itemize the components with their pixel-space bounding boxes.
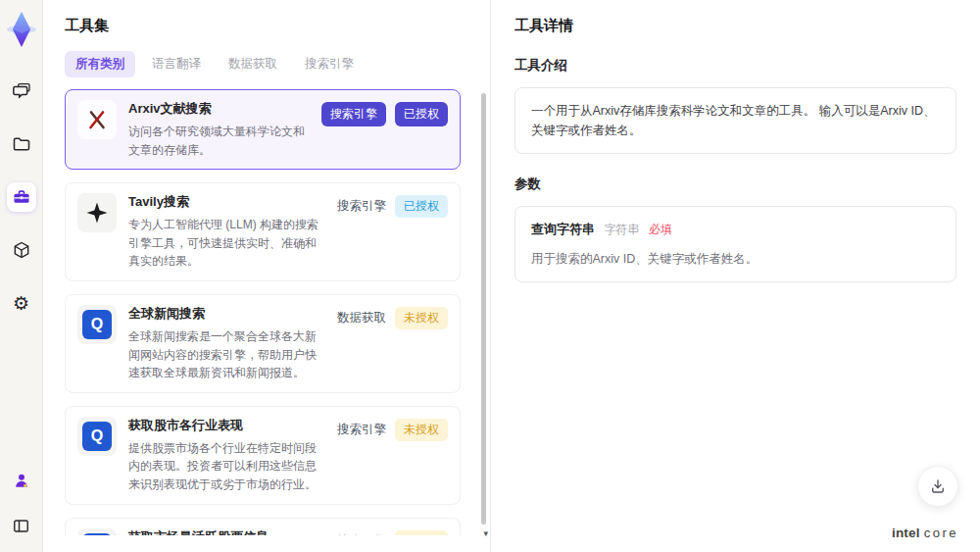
- tool-card-global-news[interactable]: Q 全球新闻搜索 全球新闻搜索是一个聚合全球各大新闻网站内容的搜索引擎，帮助用户…: [65, 294, 461, 393]
- panel-toggle-icon: [12, 517, 30, 535]
- download-icon: [929, 477, 947, 495]
- tool-card-arxiv[interactable]: Arxiv文献搜索 访问各个研究领域大量科学论文和文章的存储库。 搜索引擎 已授…: [65, 89, 461, 170]
- category-badge: 搜索引擎: [321, 102, 386, 126]
- sidebar-item-tools[interactable]: [7, 182, 36, 212]
- tool-card-list: Arxiv文献搜索 访问各个研究领域大量科学论文和文章的存储库。 搜索引擎 已授…: [65, 89, 472, 535]
- chat-icon: [12, 81, 31, 101]
- tool-list-panel: 工具集 所有类别 语言翻译 数据获取 搜索引擎 Arxiv文献搜索 访问各个研究…: [43, 0, 491, 552]
- tab-all-categories[interactable]: 所有类别: [65, 51, 135, 77]
- parameter-name: 查询字符串: [531, 222, 595, 236]
- active-stocks-logo-icon: Q: [77, 528, 117, 535]
- tavily-logo-icon: [77, 193, 117, 232]
- cube-icon: [12, 240, 31, 260]
- sidebar-item-models[interactable]: [7, 235, 36, 265]
- gem-logo-icon: [5, 10, 38, 49]
- tab-data-acquisition[interactable]: 数据获取: [218, 51, 288, 77]
- status-badge: 未授权: [395, 530, 448, 535]
- global-news-logo-icon: Q: [77, 305, 117, 344]
- app-logo: [2, 8, 41, 51]
- parameter-description: 用于搜索的Arxiv ID、关键字或作者姓名。: [531, 249, 940, 269]
- download-button[interactable]: [917, 466, 958, 507]
- category-badge: 数据获取: [337, 310, 386, 326]
- tool-name: Tavily搜索: [128, 193, 325, 211]
- tool-name: 获取股市各行业表现: [128, 417, 325, 434]
- tab-language-translation[interactable]: 语言翻译: [141, 51, 212, 77]
- status-badge: 已授权: [395, 195, 448, 218]
- category-badge: 搜索引擎: [337, 422, 386, 438]
- scroll-down-icon[interactable]: ▾: [483, 528, 488, 538]
- category-badge: 搜索引擎: [337, 533, 386, 535]
- sidebar-item-account[interactable]: [7, 466, 36, 495]
- sidebar-item-chat[interactable]: [7, 76, 36, 106]
- tool-description: 访问各个研究领域大量科学论文和文章的存储库。: [128, 123, 310, 159]
- intel-core-logo: intel core: [892, 526, 958, 540]
- sidebar-nav: ⚙: [7, 76, 36, 318]
- tool-name: Arxiv文献搜索: [128, 100, 310, 118]
- sidebar-item-collapse[interactable]: [7, 511, 36, 540]
- tool-description: 全球新闻搜索是一个聚合全球各大新闻网站内容的搜索引擎，帮助用户快速获取全球最新资…: [128, 327, 325, 382]
- tool-name: 获取市场最活跃股票信息: [128, 528, 325, 535]
- status-badge: 未授权: [395, 307, 448, 329]
- category-badge: 搜索引擎: [337, 198, 386, 215]
- parameter-type: 字符串: [604, 223, 639, 236]
- core-logo-text: core: [924, 526, 958, 540]
- sidebar-bottom: [7, 466, 36, 540]
- params-heading: 参数: [514, 176, 956, 193]
- stock-sector-logo-icon: Q: [77, 417, 117, 456]
- tool-card-active-stocks[interactable]: Q 获取市场最活跃股票信息 提供当天交易量最高的股票列表，投资者可以利用这些信息…: [65, 518, 461, 535]
- parameter-box: 查询字符串 字符串 必填 用于搜索的Arxiv ID、关键字或作者姓名。: [514, 206, 956, 282]
- tool-details-panel: 工具详情 工具介绍 一个用于从Arxiv存储库搜索科学论文和文章的工具。 输入可…: [491, 0, 980, 552]
- parameter-required-badge: 必填: [649, 223, 672, 236]
- tool-name: 全球新闻搜索: [128, 305, 325, 323]
- tool-description: 提供股票市场各个行业在特定时间段内的表现。投资者可以利用这些信息来识别表现优于或…: [128, 439, 325, 494]
- intro-box: 一个用于从Arxiv存储库搜索科学论文和文章的工具。 输入可以是Arxiv ID…: [514, 87, 956, 154]
- tool-card-stock-sector[interactable]: Q 获取股市各行业表现 提供股票市场各个行业在特定时间段内的表现。投资者可以利用…: [65, 406, 461, 505]
- intro-heading: 工具介绍: [514, 57, 956, 75]
- tool-card-tavily[interactable]: Tavily搜索 专为人工智能代理 (LLM) 构建的搜索引擎工具，可快速提供实…: [65, 182, 461, 281]
- tool-description: 专为人工智能代理 (LLM) 构建的搜索引擎工具，可快速提供实时、准确和真实的结…: [128, 216, 325, 271]
- intro-text: 一个用于从Arxiv存储库搜索科学论文和文章的工具。 输入可以是Arxiv ID…: [531, 104, 936, 137]
- sidebar-item-files[interactable]: [7, 129, 36, 159]
- arxiv-logo-icon: [77, 100, 117, 139]
- category-tabs: 所有类别 语言翻译 数据获取 搜索引擎: [65, 51, 472, 77]
- intel-logo-text: intel: [892, 526, 920, 540]
- icon-sidebar: ⚙: [0, 0, 43, 552]
- toolbox-icon: [12, 187, 31, 207]
- details-title: 工具详情: [514, 17, 956, 35]
- parameter-header: 查询字符串 字符串 必填: [531, 220, 940, 240]
- tab-search-engine[interactable]: 搜索引擎: [294, 51, 365, 77]
- sidebar-item-settings[interactable]: ⚙: [7, 288, 36, 318]
- app-window: ⚙ 工具集 所有类别 语言翻译: [0, 0, 980, 552]
- list-scrollbar[interactable]: [481, 93, 486, 525]
- gear-icon: ⚙: [13, 294, 29, 313]
- status-badge: 已授权: [395, 102, 448, 126]
- folder-icon: [12, 134, 31, 154]
- status-badge: 未授权: [395, 419, 448, 441]
- page-title: 工具集: [65, 17, 472, 35]
- user-icon: [12, 471, 31, 490]
